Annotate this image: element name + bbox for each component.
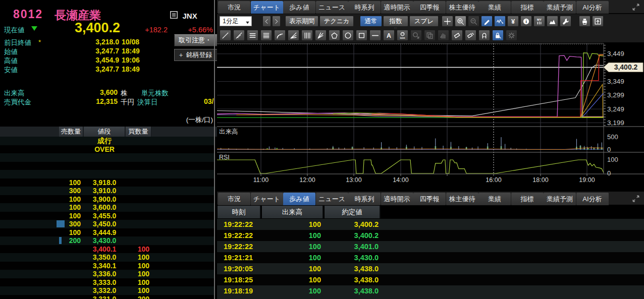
price-cursor-button[interactable] <box>494 16 506 27</box>
order-book-row[interactable]: 成行 <box>0 137 214 145</box>
ellipse-tool[interactable] <box>342 30 354 41</box>
tab-AI分析[interactable]: AI分析 <box>576 1 609 14</box>
order-book-row[interactable]: 1003,918.0 <box>0 178 214 187</box>
order-book-row[interactable]: 1003,900.0 <box>0 195 214 204</box>
rectangle-tool[interactable] <box>356 30 367 41</box>
tab-業績[interactable]: 業績 <box>478 193 511 205</box>
expand-icon[interactable] <box>632 195 640 203</box>
tab-業績予測[interactable]: 業績予測 <box>544 193 576 205</box>
trend-line-tool[interactable] <box>220 30 231 41</box>
tab-市況[interactable]: 市況 <box>218 1 250 14</box>
toolbar-button[interactable]: 通常 <box>360 16 382 27</box>
tab-適時開示[interactable]: 適時開示 <box>381 193 413 205</box>
printer-button[interactable] <box>579 16 591 27</box>
chev-right-button[interactable] <box>272 16 281 27</box>
zoom-out-button[interactable] <box>468 16 479 27</box>
mountain-button[interactable] <box>547 16 558 27</box>
order-book-row[interactable]: 3,336.0100 <box>0 270 214 278</box>
order-book-row[interactable]: 3003,910.0 <box>0 187 214 195</box>
tick-row[interactable]: 19:18:191003,438.0 <box>217 285 644 296</box>
angle-fan-tool[interactable] <box>315 30 327 41</box>
price-chart[interactable]: 3,4493,3493,2993,2493,1993,400.250001000… <box>217 42 644 192</box>
tab-ニュース[interactable]: ニュース <box>316 193 348 205</box>
fib-arc-tool[interactable] <box>274 30 286 41</box>
tab-時系列[interactable]: 時系列 <box>348 1 381 14</box>
my-indicator-button[interactable]: MY <box>533 16 545 27</box>
tab-ニュース[interactable]: ニュース <box>316 1 348 14</box>
text-tool[interactable]: A <box>383 30 395 41</box>
tab-AI分析[interactable]: AI分析 <box>576 193 609 205</box>
tab-四季報[interactable]: 四季報 <box>413 193 446 205</box>
fan-lines-tool[interactable] <box>288 30 299 41</box>
tick-row[interactable]: 19:22:221003,400.2 <box>217 219 644 230</box>
info-button[interactable]: i <box>520 16 532 27</box>
toolbar-button[interactable]: 表示期間 <box>285 16 318 27</box>
ruler-tool[interactable] <box>233 30 245 41</box>
order-book-row[interactable]: 1003,600.0 <box>0 203 214 212</box>
order-book-row[interactable]: 2003,430.0 <box>0 236 214 245</box>
pencil-button[interactable] <box>481 16 493 27</box>
tab-歩み値[interactable]: 歩み値 <box>283 1 315 14</box>
sell-quantity: 200 <box>0 236 81 245</box>
period-select[interactable]: 1分足 <box>220 16 252 26</box>
magnet-tool[interactable] <box>478 30 490 41</box>
copy-tool[interactable] <box>424 30 436 41</box>
tab-四季報[interactable]: 四季報 <box>413 1 446 14</box>
tab-株主優待[interactable]: 株主優待 <box>446 1 478 14</box>
time-shift-tool[interactable] <box>410 30 422 41</box>
h-lines-3-tool[interactable] <box>247 30 258 41</box>
order-book-row[interactable]: 1003,455.0 <box>0 212 214 220</box>
toolbar-button[interactable]: 指数化 <box>383 16 408 27</box>
tab-業績予測[interactable]: 業績予測 <box>544 1 576 14</box>
eraser-tool[interactable] <box>451 30 463 41</box>
order-book-row[interactable]: OVER <box>0 145 214 154</box>
h-lines-4-tool[interactable] <box>260 30 272 41</box>
tab-株主優待[interactable]: 株主優待 <box>446 193 478 205</box>
pentagon-tool[interactable] <box>329 30 340 41</box>
tick-row[interactable]: 19:22:221003,401.0 <box>217 241 644 252</box>
toolbar-button[interactable]: テクニカル <box>319 16 354 27</box>
tab-市況[interactable]: 市況 <box>218 193 250 205</box>
tick-row[interactable]: 19:22:221003,400.2 <box>217 230 644 241</box>
tick-row[interactable]: 19:18:251003,438.0 <box>217 274 644 285</box>
tab-指標[interactable]: 指標 <box>511 193 544 205</box>
expand-icon[interactable] <box>632 3 640 11</box>
order-book-row[interactable]: 3,400.1100 <box>0 245 214 254</box>
tick-row[interactable] <box>217 296 644 299</box>
tab-指標[interactable]: 指標 <box>511 1 544 14</box>
tab-適時開示[interactable]: 適時開示 <box>381 1 413 14</box>
chev-left-button[interactable] <box>262 16 271 27</box>
tab-チャート[interactable]: チャート <box>251 193 283 205</box>
order-book-row[interactable]: 3003,450.0 <box>0 220 214 228</box>
tick-row[interactable]: 19:21:211003,430.0 <box>217 252 644 263</box>
order-book-row[interactable] <box>0 170 214 178</box>
order-book-row[interactable]: 3,332.0100 <box>0 286 214 295</box>
order-book-row[interactable]: 3,340.1100 <box>0 262 214 270</box>
crosshair-button[interactable] <box>442 16 453 27</box>
order-book-row[interactable]: 3,331.0200 <box>0 295 214 299</box>
tab-業績[interactable]: 業績 <box>478 1 511 14</box>
tab-時系列[interactable]: 時系列 <box>348 193 381 205</box>
order-book-row[interactable] <box>0 162 214 170</box>
toolbar-button[interactable]: スプレッド <box>409 16 439 27</box>
order-book-row[interactable]: 3,333.0100 <box>0 278 214 287</box>
tab-チャート[interactable]: チャート <box>251 1 283 14</box>
gear-tool[interactable] <box>506 30 517 41</box>
trade-caution-button[interactable]: 取引注意・ <box>174 34 217 46</box>
export-button[interactable] <box>592 16 604 27</box>
order-book-row[interactable]: 3,350.0100 <box>0 253 214 262</box>
icon-stamp-tool[interactable]: icon <box>397 30 408 41</box>
v-lines-tool[interactable] <box>301 30 313 41</box>
h-line-tool[interactable] <box>369 30 381 41</box>
order-book-row[interactable] <box>0 153 214 162</box>
hand-tool[interactable] <box>438 30 449 41</box>
tick-row[interactable]: 19:20:051003,438.0 <box>217 263 644 274</box>
eraser-all-tool[interactable] <box>465 30 476 41</box>
zoom-in-button[interactable] <box>455 16 466 27</box>
order-book-row[interactable]: 1003,444.9 <box>0 228 214 237</box>
wrench-button[interactable] <box>560 16 571 27</box>
tab-歩み値[interactable]: 歩み値 <box>283 193 315 205</box>
yen-button[interactable]: ¥ <box>507 16 519 27</box>
register-stock-button[interactable]: ＋ 銘柄登録 <box>174 49 217 61</box>
lock-draw-tool[interactable] <box>492 30 504 41</box>
